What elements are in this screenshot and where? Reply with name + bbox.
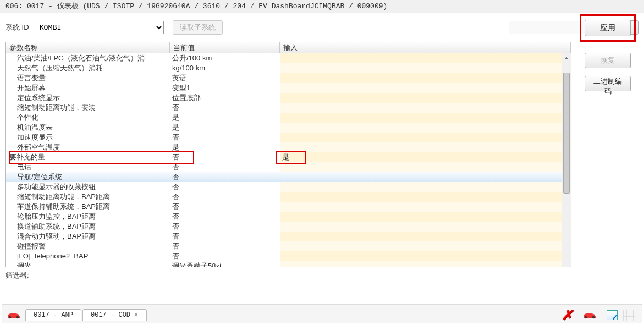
col-header-input[interactable]: 输入 [280,42,571,53]
cell-current-value: 是 [170,142,280,152]
cell-input-value[interactable] [280,63,571,73]
cell-current-value: kg/100 km [170,63,280,73]
cell-input-value[interactable] [280,162,571,172]
cell-input-value[interactable] [280,212,571,222]
svg-point-1 [16,316,19,318]
cell-current-value: 否 [170,162,280,172]
cell-input-value[interactable] [280,182,571,192]
cell-input-value[interactable] [280,202,571,212]
vertical-scrollbar[interactable]: ▲ [562,53,571,267]
table-row[interactable]: 混合动力驱动，BAP距离否 [6,232,571,241]
table-row[interactable]: 机油温度表是 [6,123,571,133]
table-row[interactable]: 碰撞报警否 [6,241,571,251]
cell-input-value[interactable] [280,222,571,232]
cell-param-name: 外部空气温度 [6,142,170,152]
cell-current-value: 否 [170,192,280,202]
cell-current-value: 否 [170,103,280,113]
table-row[interactable]: 调光调光器端子58xt [6,261,571,267]
side-button-panel: 恢复 二进制编码 [585,53,631,91]
parameters-table: 参数名称 当前值 输入 汽油/柴油/LPG（液化石油气/液化气）消公升/100 … [5,42,571,267]
table-body[interactable]: 汽油/柴油/LPG（液化石油气/液化气）消公升/100 km天然气（压缩天然气）… [6,53,571,267]
cell-current-value: 变型1 [170,83,280,93]
window-title: 006: 0017 - 仪表板 (UDS / ISOTP / 19G920640… [0,0,644,13]
cell-param-name: 导航/定位系统 [6,172,170,182]
cell-input-value[interactable] [280,103,571,113]
cell-input-value[interactable] [280,261,571,267]
cell-param-name: 要补充的量 [6,152,170,162]
cell-param-name: 碰撞报警 [6,241,170,251]
cell-param-name: 语言变量 [6,73,170,83]
cell-param-name: 个性化 [6,113,170,123]
table-row[interactable]: 要补充的量否是 [6,152,571,162]
table-row[interactable]: 个性化是 [6,113,571,123]
toolbar: 系统 ID KOMBI 读取子系统 预设... 应用 [0,13,644,42]
cell-param-name: 多功能显示器的收藏按钮 [6,182,170,192]
cell-param-name: 缩短制动距离功能，BAP距离 [6,192,170,202]
cell-input-value[interactable] [280,53,571,63]
table-row[interactable]: 车道保持辅助系统，BAP距离否 [6,202,571,212]
cell-param-name: 缩短制动距离功能，安装 [6,103,170,113]
cell-input-value[interactable] [280,73,571,83]
cell-current-value: 否 [170,172,280,182]
cell-input-value[interactable] [280,133,571,142]
cell-param-name: 汽油/柴油/LPG（液化石油气/液化气）消 [6,53,170,63]
delete-icon[interactable]: ✗ [562,307,573,323]
cell-input-value[interactable]: 是 [280,152,571,162]
cell-param-name: 调光 [6,261,170,267]
filter-bar: 筛选器: [0,267,644,280]
svg-point-2 [585,316,587,318]
table-row[interactable]: 外部空气温度是 [6,142,571,152]
cell-param-name: 加速度显示 [6,133,170,142]
table-row[interactable]: 语言变量英语 [6,73,571,83]
table-row[interactable]: 轮胎压力监控，BAP距离否 [6,212,571,222]
system-id-select[interactable]: KOMBI [35,21,164,34]
apply-button[interactable]: 应用 [585,20,631,36]
table-row[interactable]: 定位系统显示位置底部 [6,93,571,103]
cell-input-value[interactable] [280,123,571,133]
cell-input-value[interactable] [280,251,571,261]
restore-button: 恢复 [585,53,631,68]
check-window-icon[interactable] [607,310,618,320]
col-header-name[interactable]: 参数名称 [6,42,170,53]
system-id-label: 系统 ID [5,23,29,32]
cell-current-value: 否 [170,241,280,251]
table-row[interactable]: 开始屏幕变型1 [6,83,571,93]
cell-current-value: 否 [170,152,280,162]
tab-anp[interactable]: 0017 - ANP [25,309,81,321]
tab-cod[interactable]: 0017 - COD ✕ [82,309,147,321]
binary-encode-button[interactable]: 二进制编码 [585,76,631,91]
table-row[interactable]: 缩短制动距离功能，安装否 [6,103,571,113]
car-icon-2[interactable] [582,311,597,319]
cell-input-value[interactable] [280,232,571,241]
cell-current-value: 是 [170,123,280,133]
cell-current-value: 否 [170,251,280,261]
tab-cod-label: 0017 - COD [91,311,130,319]
close-icon[interactable]: ✕ [134,311,139,318]
cell-input-value[interactable] [280,142,571,152]
table-row[interactable]: 汽油/柴油/LPG（液化石油气/液化气）消公升/100 km [6,53,571,63]
col-header-current[interactable]: 当前值 [170,42,280,53]
tab-anp-label: 0017 - ANP [34,311,73,319]
table-row[interactable]: 加速度显示否 [6,133,571,142]
cell-input-value[interactable] [280,83,571,93]
cell-param-name: 开始屏幕 [6,83,170,93]
table-row[interactable]: 换道辅助系统，BAP距离否 [6,222,571,232]
cell-input-value[interactable] [280,172,571,182]
table-row[interactable]: 多功能显示器的收藏按钮否 [6,182,571,192]
grid-icon[interactable] [623,310,635,321]
scrollbar-thumb[interactable] [563,73,570,194]
cell-input-value[interactable] [280,192,571,202]
car-icon [7,311,21,319]
cell-input-value[interactable] [280,93,571,103]
table-row[interactable]: [LO]_telephone2_BAP否 [6,251,571,261]
cell-input-value[interactable] [280,113,571,123]
bottom-tab-bar: 0017 - ANP 0017 - COD ✕ ✗ [2,304,642,323]
svg-point-0 [9,316,11,318]
scroll-up-arrow[interactable]: ▲ [562,53,571,63]
table-row[interactable]: 天然气（压缩天然气）消耗kg/100 km [6,63,571,73]
cell-param-name: 换道辅助系统，BAP距离 [6,222,170,232]
table-row[interactable]: 导航/定位系统否 [6,172,571,182]
table-row[interactable]: 缩短制动距离功能，BAP距离否 [6,192,571,202]
table-row[interactable]: 电话否 [6,162,571,172]
cell-input-value[interactable] [280,241,571,251]
